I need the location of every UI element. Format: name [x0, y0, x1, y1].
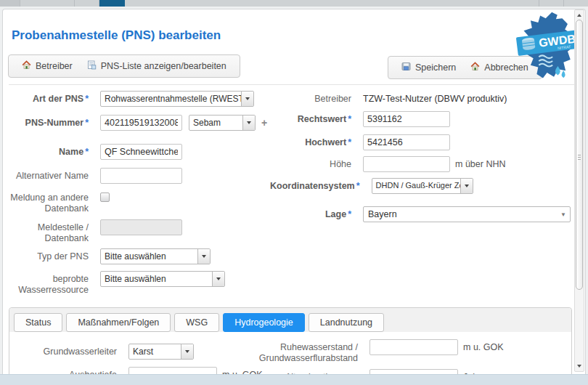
app-tab[interactable] — [75, 0, 99, 7]
app-tab-active[interactable] — [99, 0, 125, 7]
hoehe-input[interactable] — [363, 156, 450, 172]
form-row-hoehe: Höhe m über NHN — [270, 156, 575, 172]
tab-wsg[interactable]: WSG — [174, 313, 219, 332]
name-label: Name — [59, 147, 83, 157]
art-der-pns-select[interactable]: Rohwasserentnahmestelle (RWEST) — [100, 91, 254, 107]
hoehe-unit: m über NHN — [455, 156, 505, 169]
required-marker: * — [85, 94, 89, 104]
koordinatensystem-select[interactable]: DHDN / Gauß-Krüger Zone — [372, 178, 473, 194]
form-row-grundwasserleiter: Grundwasserleiter Karst — [9, 344, 249, 360]
rechtswert-label: Rechtswert — [298, 114, 346, 124]
scrollbar-thumb[interactable] — [576, 20, 583, 290]
tab-hydrogeologie[interactable]: Hydrogeologie — [223, 313, 305, 332]
hoehe-label: Höhe — [270, 156, 351, 170]
required-marker: * — [356, 181, 360, 191]
pns-nummer-label: PNS-Nummer — [25, 118, 84, 128]
chevron-down-icon: ▼ — [557, 211, 570, 218]
pns-nummer-input[interactable] — [100, 115, 182, 131]
form-row-art-der-pns: Art der PNS* Rohwasserentnahmestelle (RW… — [7, 91, 277, 107]
chevron-down-icon[interactable] — [181, 344, 193, 359]
required-marker: * — [348, 137, 351, 147]
ruhewasserstand-input[interactable] — [369, 339, 458, 355]
app-tab — [125, 0, 539, 7]
required-marker: * — [348, 114, 351, 124]
tab-landnutzung[interactable]: Landnutzung — [309, 313, 384, 332]
grundwasserleiter-label: Grundwasserleiter — [9, 344, 117, 357]
betreiber-value: TZW-Test-Nutzer (DBWV produktiv) — [363, 91, 507, 104]
form-row-pns-nummer: PNS-Nummer* Sebam + — [7, 115, 277, 131]
app-tab-strip — [0, 0, 588, 7]
pns-liste-button[interactable]: PNS-Liste anzeigen/bearbeiten — [83, 57, 231, 75]
form-row-meldestelle: Meldestelle / Datenbank — [7, 219, 277, 244]
grundwasserleiter-select[interactable]: Karst — [128, 344, 194, 360]
chevron-down-icon[interactable] — [197, 249, 210, 264]
required-marker: * — [85, 147, 89, 157]
wasserressource-label: beprobte Wasserressource — [7, 271, 89, 296]
database-icon — [522, 37, 536, 50]
chevron-down-icon[interactable] — [241, 92, 253, 106]
form-row-rechtswert: Rechtswert* — [270, 111, 575, 127]
typ-der-pns-select[interactable]: Bitte auswählen — [100, 248, 211, 264]
ruhewasserstand-unit: m u. GOK — [463, 339, 504, 352]
gwdb-logo: GWDB NITRAT — [514, 10, 583, 86]
vertical-scrollbar[interactable] — [574, 9, 584, 372]
toolbar-left: Betreiber PNS-Liste anzeigen/bearbeiten — [8, 54, 240, 78]
form-row-typ-der-pns: Typ der PNS Bitte auswählen — [7, 248, 277, 264]
form-row-wasserressource: beprobte Wasserressource Bitte auswählen — [7, 271, 277, 296]
app-tab[interactable] — [564, 0, 588, 7]
form-row-lage: Lage* Bayern ▼ — [270, 206, 575, 222]
add-pns-nummer-button[interactable]: + — [261, 115, 267, 129]
form-row-meldung: Meldung an andere Datenbank — [7, 190, 277, 214]
art-der-pns-label: Art der PNS — [33, 94, 83, 104]
ruhewasserstand-label: Ruhewasserstand / Grundwasserflurabstand — [243, 339, 358, 364]
betreiber-label: Betreiber — [270, 91, 351, 105]
alternativer-name-label: Alternativer Name — [7, 168, 89, 182]
form-row-koordinatensystem: Koordinatensystem* DHDN / Gauß-Krüger Zo… — [270, 178, 575, 201]
form-row-betreiber: Betreiber TZW-Test-Nutzer (DBWV produkti… — [270, 91, 575, 105]
meldung-label: Meldung an andere Datenbank — [7, 190, 89, 214]
tab-massnahmen-folgen[interactable]: Maßnahmen/Folgen — [66, 313, 171, 332]
form-row-hochwert: Hochwert* — [270, 134, 575, 150]
lage-label: Lage — [325, 209, 346, 219]
required-marker: * — [85, 118, 89, 128]
betreiber-button[interactable]: Betreiber — [17, 57, 77, 75]
chevron-down-icon[interactable] — [242, 115, 255, 130]
hochwert-input[interactable] — [363, 134, 450, 150]
home-icon — [470, 62, 480, 73]
app-window: Probenahmestelle (PNS) bearbeiten Betrei… — [0, 0, 588, 385]
meldung-checkbox[interactable] — [100, 192, 110, 202]
pns-nummer-system-select[interactable]: Sebam — [189, 115, 256, 131]
scroll-down-arrow[interactable] — [575, 362, 584, 370]
page-title: Probenahmestelle (PNS) bearbeiten — [12, 28, 221, 43]
form-row-alternativer-name: Alternativer Name — [7, 168, 277, 184]
hochwert-label: Hochwert — [305, 137, 346, 147]
form-row-ruhewasserstand: Ruhewasserstand / Grundwasserflurabstand… — [243, 339, 570, 364]
bottom-status-bar — [0, 374, 588, 385]
tab-status[interactable]: Status — [14, 313, 62, 332]
rechtswert-input[interactable] — [363, 111, 450, 127]
lage-select[interactable]: Bayern ▼ — [363, 206, 571, 222]
wasserressource-select[interactable]: Bitte auswählen — [100, 271, 225, 287]
home-icon — [22, 60, 31, 72]
meldestelle-label: Meldestelle / Datenbank — [7, 219, 89, 244]
chevron-down-icon[interactable] — [212, 272, 224, 286]
app-tab[interactable] — [20, 0, 75, 7]
app-tab[interactable] — [539, 0, 564, 7]
app-tab[interactable] — [0, 0, 20, 7]
typ-der-pns-label: Typ der PNS — [7, 248, 89, 262]
save-icon — [401, 62, 411, 73]
main-panel: Probenahmestelle (PNS) bearbeiten Betrei… — [2, 9, 586, 384]
detail-tab-strip: Status Maßnahmen/Folgen WSG Hydrogeologi… — [9, 308, 571, 332]
speichern-button[interactable]: Speichern — [397, 59, 460, 76]
form-column-right: Betreiber TZW-Test-Nutzer (DBWV produkti… — [270, 86, 575, 222]
alternativer-name-input[interactable] — [100, 168, 182, 184]
required-marker: * — [348, 209, 351, 219]
name-input[interactable] — [100, 144, 182, 160]
list-document-icon — [87, 60, 97, 72]
form-column-left: Art der PNS* Rohwasserentnahmestelle (RW… — [7, 86, 277, 296]
toolbar-divider — [9, 84, 576, 85]
form-row-name: Name* — [7, 144, 277, 160]
chevron-down-icon[interactable] — [460, 179, 473, 193]
meldestelle-input — [100, 219, 182, 235]
scroll-up-arrow[interactable] — [575, 11, 584, 20]
